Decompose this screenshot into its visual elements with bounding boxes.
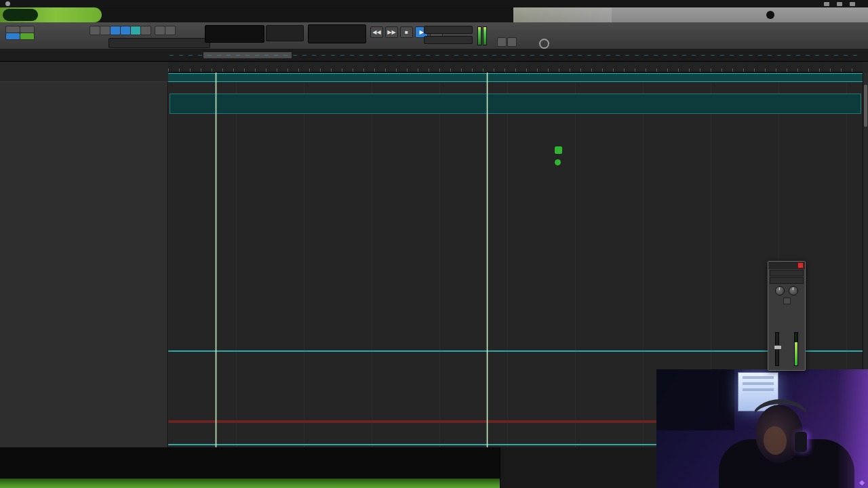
- corner-watermark-icon: ◆: [859, 479, 865, 486]
- insertion-follows-button[interactable]: [165, 26, 176, 35]
- playhead-cursor: [487, 73, 488, 447]
- grid-mode-button[interactable]: [20, 33, 35, 40]
- webcam-overlay: ◆: [656, 369, 868, 488]
- track-list: [0, 89, 168, 447]
- universe-clip-marks: [170, 55, 861, 56]
- pan-right-knob[interactable]: [789, 286, 798, 296]
- subscribers-bar: [513, 7, 868, 22]
- pan-left-knob[interactable]: [775, 286, 785, 296]
- fast-forward-button[interactable]: ▶▶: [385, 26, 398, 38]
- wifi-icon[interactable]: [837, 2, 842, 6]
- universe-view[interactable]: [0, 49, 868, 62]
- battery-icon[interactable]: [824, 2, 829, 6]
- track-columns-header: [0, 82, 168, 89]
- bits-count: [3, 9, 38, 21]
- group-strip[interactable]: [168, 73, 863, 82]
- grid-nudge-cluster: [108, 38, 210, 47]
- link-edit-button[interactable]: [155, 26, 165, 35]
- slip-mode-button[interactable]: [5, 33, 20, 40]
- trim-tool-button[interactable]: [100, 26, 111, 35]
- ruler-list-panel: [0, 62, 168, 82]
- plugin-send-row[interactable]: [770, 270, 804, 277]
- count-off-box[interactable]: [424, 26, 473, 34]
- bits-pill: [0, 7, 102, 22]
- bottom-center-panel: [500, 447, 657, 488]
- edit-cursor: [216, 73, 216, 447]
- purple-rim-light: [837, 369, 868, 488]
- camera-dot-icon: [766, 11, 774, 19]
- desktop-wallpaper-strip: [0, 479, 500, 488]
- rewind-button[interactable]: ◀◀: [370, 26, 383, 38]
- screen: ◀◀ ▶▶ ■ ▶ ●: [0, 0, 868, 488]
- beat-waveform-clip[interactable]: [170, 94, 861, 114]
- scrollbar-thumb[interactable]: [864, 85, 867, 127]
- scrubber-tool-button[interactable]: [130, 26, 141, 35]
- zoomer-tool-button[interactable]: [90, 26, 100, 35]
- fader-cap[interactable]: [774, 345, 782, 350]
- send-fader[interactable]: [775, 332, 779, 366]
- pencil-icon[interactable]: [497, 37, 507, 47]
- apple-menu-icon[interactable]: [5, 1, 10, 6]
- stream-overlay-topbar: [0, 7, 868, 22]
- chat-message-1: [555, 145, 848, 157]
- sub-counter: [266, 25, 304, 41]
- grabber-tool-button[interactable]: [120, 26, 131, 35]
- online-dot-icon: [555, 159, 561, 165]
- selection-indicators: [308, 24, 366, 43]
- close-icon[interactable]: [797, 262, 804, 268]
- stop-button[interactable]: ■: [400, 26, 413, 38]
- protools-toolbar: ◀◀ ▶▶ ■ ▶ ●: [0, 22, 868, 49]
- bottom-strip: [0, 447, 656, 488]
- monitor-back: [656, 369, 734, 430]
- main-counter[interactable]: [205, 25, 264, 43]
- output-meters: [477, 26, 487, 45]
- send-meter: [794, 332, 798, 366]
- plugin-assign-row[interactable]: [770, 277, 804, 284]
- control-center-icon[interactable]: [850, 2, 855, 6]
- stream-chat-overlay: [555, 145, 848, 169]
- headphones-cup: [795, 432, 807, 452]
- tools-icon[interactable]: [507, 37, 517, 47]
- macos-menubar: [0, 0, 868, 7]
- selector-tool-button[interactable]: [110, 26, 121, 35]
- meter-box[interactable]: [424, 36, 473, 44]
- verified-badge-icon: [555, 146, 562, 154]
- chat-message-2: [555, 157, 848, 169]
- reverb-lane-line: [168, 350, 863, 352]
- record-enable-icon[interactable]: [539, 39, 549, 49]
- pencil-tool-button[interactable]: [140, 26, 151, 35]
- timeline-ruler[interactable]: [168, 62, 863, 73]
- vocals-mini-plugin-window: [768, 261, 806, 371]
- track-list-panel: [0, 62, 168, 447]
- mute-button[interactable]: [783, 298, 791, 304]
